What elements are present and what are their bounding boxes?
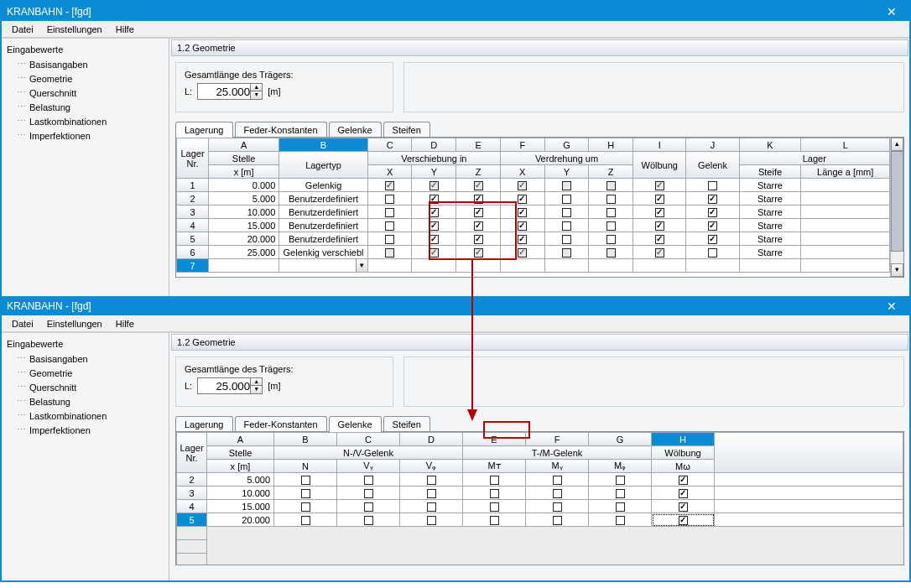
checkbox[interactable] [385,221,394,231]
cell-lagertyp[interactable]: Gelenkig [279,179,367,192]
checkbox[interactable] [553,502,562,512]
cell-mz[interactable] [589,487,652,500]
checkbox[interactable] [562,181,571,190]
checkbox[interactable] [385,208,394,217]
row-header[interactable]: 2 [177,192,209,206]
cell-cz[interactable] [456,246,501,259]
col-G[interactable]: G [589,433,652,446]
checkbox[interactable] [427,476,436,485]
cell-g[interactable] [686,219,739,232]
cell-rz[interactable] [589,232,633,246]
col-H[interactable]: H [589,138,633,152]
row-header[interactable]: 4 [177,219,209,232]
cell-rx[interactable] [500,232,544,246]
cell-lagertyp[interactable]: Benutzerdefiniert [279,206,367,219]
cell-my[interactable] [526,500,589,513]
cell-x[interactable]: 15.000 [207,500,274,513]
checkbox[interactable] [553,489,562,498]
checkbox[interactable] [655,181,664,190]
nav-item-belastung[interactable]: ⋯Belastung [2,394,169,408]
cell-cz[interactable] [456,232,501,246]
cell-g[interactable] [686,246,739,259]
length-spinner[interactable]: ▲ ▼ [197,83,263,100]
scrollbar-vertical[interactable]: ▴ ▾ [890,138,903,277]
checkbox[interactable] [606,248,616,258]
checkbox[interactable] [490,516,499,525]
row-header[interactable]: 5 [177,513,207,527]
cell-lagertyp[interactable]: Benutzerdefiniert [279,219,367,232]
row-header[interactable]: 1 [177,179,209,192]
checkbox[interactable] [490,489,499,498]
checkbox[interactable] [708,208,717,217]
cell-vy[interactable] [337,500,400,513]
col-C[interactable]: C [337,433,400,446]
tab-gelenke[interactable]: Gelenke [329,122,382,138]
checkbox[interactable] [708,195,717,204]
cell-cz[interactable] [456,206,501,219]
cell-x[interactable]: 5.000 [208,192,279,206]
checkbox[interactable] [429,181,439,190]
cell-cz[interactable] [456,219,501,232]
checkbox[interactable] [562,221,571,231]
cell-mw[interactable] [652,473,715,487]
nav-item-basisangaben[interactable]: ⋯Basisangaben [2,57,169,71]
menu-hilfe[interactable]: Hilfe [111,23,139,36]
cell-laenge[interactable] [801,219,890,232]
cell-steife[interactable]: Starre [739,219,801,232]
col-F[interactable]: F [500,138,544,152]
cell-w[interactable] [633,179,686,192]
checkbox[interactable] [427,516,436,525]
checkbox[interactable] [429,248,439,258]
nav-item-imperfektionen[interactable]: ⋯Imperfektionen [2,128,169,143]
checkbox[interactable] [518,208,527,217]
cell-rx[interactable] [500,192,544,206]
checkbox[interactable] [518,221,527,231]
checkbox[interactable] [490,476,499,485]
cell-mz[interactable] [589,473,652,487]
row-header[interactable]: 5 [177,232,209,246]
checkbox[interactable] [301,502,310,512]
cell-cx[interactable] [367,179,412,192]
checkbox[interactable] [490,502,499,512]
col-A[interactable]: A [208,138,279,152]
cell-vy[interactable] [337,487,400,500]
checkbox[interactable] [708,235,717,244]
checkbox[interactable] [364,502,373,512]
row-header[interactable]: 3 [177,487,207,500]
checkbox[interactable] [553,476,562,485]
checkbox[interactable] [385,235,394,244]
col-C[interactable]: C [367,138,412,152]
cell-cx[interactable] [367,232,412,246]
col-E[interactable]: E [456,138,501,152]
cell-n[interactable] [274,473,337,487]
table-row[interactable]: 25.000BenutzerdefiniertStarre [177,192,890,206]
grid-gelenke[interactable]: LagerNr. A B C D E F G H Stelle [175,431,904,565]
cell-laenge[interactable] [801,179,890,192]
table-row[interactable]: 520.000 [177,513,903,527]
table-row[interactable]: 625.000Gelenkig verschieblStarre [177,246,890,259]
tab-lagerung[interactable]: Lagerung [175,416,233,432]
row-header[interactable]: 4 [177,500,207,513]
checkbox[interactable] [679,476,688,485]
col-B[interactable]: B [274,433,337,446]
row-header[interactable]: 3 [177,206,209,219]
cell-ry[interactable] [544,179,589,192]
cell-mz[interactable] [589,513,652,527]
checkbox[interactable] [708,221,717,231]
menu-hilfe[interactable]: Hilfe [111,317,139,330]
checkbox[interactable] [518,248,527,258]
cell-ry[interactable] [544,232,589,246]
cell-cy[interactable] [412,232,456,246]
col-A[interactable]: A [207,433,274,446]
checkbox[interactable] [708,181,717,190]
checkbox[interactable] [518,195,527,204]
cell-cy[interactable] [412,179,456,192]
grid-lagerung[interactable]: ▴ ▾ LagerNr. A B C D E F [175,137,904,278]
table-row[interactable]: 520.000BenutzerdefiniertStarre [177,232,890,246]
length-spinner[interactable]: ▲ ▼ [197,377,263,394]
cell-vz[interactable] [400,473,463,487]
cell-steife[interactable]: Starre [739,232,801,246]
row-header[interactable]: 7 [177,259,209,273]
menu-datei[interactable]: Datei [7,23,39,36]
col-B[interactable]: B [279,138,367,152]
